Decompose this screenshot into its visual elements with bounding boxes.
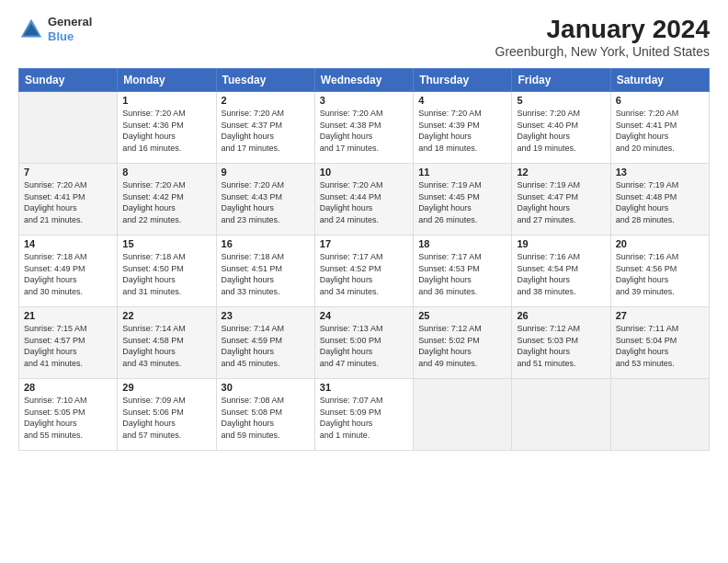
day-detail: Sunrise: 7:14 AMSunset: 4:59 PMDaylight … xyxy=(222,324,285,368)
calendar-cell: 16Sunrise: 7:18 AMSunset: 4:51 PMDayligh… xyxy=(216,236,314,307)
day-detail: Sunrise: 7:16 AMSunset: 4:56 PMDaylight … xyxy=(616,252,679,296)
calendar-cell: 27Sunrise: 7:11 AMSunset: 5:04 PMDayligh… xyxy=(610,307,709,379)
calendar-cell xyxy=(610,379,709,451)
day-number: 15 xyxy=(122,238,210,249)
day-detail: Sunrise: 7:17 AMSunset: 4:52 PMDaylight … xyxy=(320,252,383,296)
weekday-header-row: SundayMondayTuesdayWednesdayThursdayFrid… xyxy=(19,69,710,92)
day-number: 29 xyxy=(122,382,210,393)
day-detail: Sunrise: 7:07 AMSunset: 5:09 PMDaylight … xyxy=(320,396,383,440)
day-number: 17 xyxy=(320,238,408,249)
day-detail: Sunrise: 7:11 AMSunset: 5:04 PMDaylight … xyxy=(616,324,679,368)
day-detail: Sunrise: 7:13 AMSunset: 5:00 PMDaylight … xyxy=(320,324,383,368)
calendar-week-row: 28Sunrise: 7:10 AMSunset: 5:05 PMDayligh… xyxy=(19,379,710,451)
calendar-table: SundayMondayTuesdayWednesdayThursdayFrid… xyxy=(18,68,710,451)
day-number: 6 xyxy=(616,95,704,106)
day-detail: Sunrise: 7:09 AMSunset: 5:06 PMDaylight … xyxy=(122,396,186,440)
calendar-cell: 11Sunrise: 7:19 AMSunset: 4:45 PMDayligh… xyxy=(414,164,512,236)
logo-line2: Blue xyxy=(48,29,92,44)
logo-text: General Blue xyxy=(48,15,92,43)
day-detail: Sunrise: 7:20 AMSunset: 4:40 PMDaylight … xyxy=(517,109,580,153)
day-detail: Sunrise: 7:12 AMSunset: 5:02 PMDaylight … xyxy=(418,324,482,368)
calendar-cell: 19Sunrise: 7:16 AMSunset: 4:54 PMDayligh… xyxy=(512,236,610,307)
calendar-cell: 24Sunrise: 7:13 AMSunset: 5:00 PMDayligh… xyxy=(314,307,413,379)
weekday-header: Saturday xyxy=(610,69,709,92)
calendar-cell: 7Sunrise: 7:20 AMSunset: 4:41 PMDaylight… xyxy=(19,164,118,236)
logo-line1: General xyxy=(48,15,92,29)
calendar-cell: 3Sunrise: 7:20 AMSunset: 4:38 PMDaylight… xyxy=(314,92,413,164)
calendar-cell: 8Sunrise: 7:20 AMSunset: 4:42 PMDaylight… xyxy=(118,164,216,236)
weekday-header: Thursday xyxy=(414,69,512,92)
calendar-cell: 22Sunrise: 7:14 AMSunset: 4:58 PMDayligh… xyxy=(118,307,216,379)
day-number: 9 xyxy=(222,167,310,178)
weekday-header: Tuesday xyxy=(216,69,314,92)
day-number: 8 xyxy=(122,167,210,178)
day-number: 21 xyxy=(24,310,112,321)
logo: General Blue xyxy=(18,15,92,43)
calendar-week-row: 1Sunrise: 7:20 AMSunset: 4:36 PMDaylight… xyxy=(19,92,710,164)
calendar-cell: 15Sunrise: 7:18 AMSunset: 4:50 PMDayligh… xyxy=(118,236,216,307)
day-detail: Sunrise: 7:20 AMSunset: 4:42 PMDaylight … xyxy=(122,180,186,224)
weekday-header: Wednesday xyxy=(314,69,413,92)
day-number: 7 xyxy=(24,167,112,178)
calendar-cell: 13Sunrise: 7:19 AMSunset: 4:48 PMDayligh… xyxy=(610,164,709,236)
day-number: 12 xyxy=(517,167,605,178)
day-number: 10 xyxy=(320,167,408,178)
day-number: 22 xyxy=(122,310,210,321)
day-number: 11 xyxy=(418,167,506,178)
calendar-cell: 20Sunrise: 7:16 AMSunset: 4:56 PMDayligh… xyxy=(610,236,709,307)
day-detail: Sunrise: 7:20 AMSunset: 4:37 PMDaylight … xyxy=(222,109,285,153)
day-detail: Sunrise: 7:10 AMSunset: 5:05 PMDaylight … xyxy=(24,396,87,440)
day-number: 19 xyxy=(517,238,605,249)
calendar-cell: 23Sunrise: 7:14 AMSunset: 4:59 PMDayligh… xyxy=(216,307,314,379)
day-number: 28 xyxy=(24,382,112,393)
day-detail: Sunrise: 7:20 AMSunset: 4:41 PMDaylight … xyxy=(24,180,87,224)
day-number: 16 xyxy=(222,238,310,249)
day-number: 5 xyxy=(517,95,605,106)
calendar-cell: 18Sunrise: 7:17 AMSunset: 4:53 PMDayligh… xyxy=(414,236,512,307)
calendar-cell: 29Sunrise: 7:09 AMSunset: 5:06 PMDayligh… xyxy=(118,379,216,451)
calendar-title: January 2024 xyxy=(495,15,710,44)
calendar-week-row: 7Sunrise: 7:20 AMSunset: 4:41 PMDaylight… xyxy=(19,164,710,236)
day-number: 24 xyxy=(320,310,408,321)
day-detail: Sunrise: 7:08 AMSunset: 5:08 PMDaylight … xyxy=(222,396,285,440)
day-number: 2 xyxy=(222,95,310,106)
day-detail: Sunrise: 7:19 AMSunset: 4:45 PMDaylight … xyxy=(418,180,482,224)
calendar-cell: 30Sunrise: 7:08 AMSunset: 5:08 PMDayligh… xyxy=(216,379,314,451)
day-detail: Sunrise: 7:19 AMSunset: 4:47 PMDaylight … xyxy=(517,180,580,224)
title-block: January 2024 Greenburgh, New York, Unite… xyxy=(495,15,710,59)
day-detail: Sunrise: 7:18 AMSunset: 4:50 PMDaylight … xyxy=(122,252,186,296)
calendar-cell: 9Sunrise: 7:20 AMSunset: 4:43 PMDaylight… xyxy=(216,164,314,236)
calendar-cell: 25Sunrise: 7:12 AMSunset: 5:02 PMDayligh… xyxy=(414,307,512,379)
day-detail: Sunrise: 7:18 AMSunset: 4:51 PMDaylight … xyxy=(222,252,285,296)
calendar-cell: 6Sunrise: 7:20 AMSunset: 4:41 PMDaylight… xyxy=(610,92,709,164)
weekday-header: Friday xyxy=(512,69,610,92)
day-detail: Sunrise: 7:20 AMSunset: 4:44 PMDaylight … xyxy=(320,180,383,224)
day-number: 27 xyxy=(616,310,704,321)
calendar-cell: 12Sunrise: 7:19 AMSunset: 4:47 PMDayligh… xyxy=(512,164,610,236)
day-detail: Sunrise: 7:19 AMSunset: 4:48 PMDaylight … xyxy=(616,180,679,224)
day-detail: Sunrise: 7:18 AMSunset: 4:49 PMDaylight … xyxy=(24,252,87,296)
calendar-cell: 2Sunrise: 7:20 AMSunset: 4:37 PMDaylight… xyxy=(216,92,314,164)
day-detail: Sunrise: 7:20 AMSunset: 4:43 PMDaylight … xyxy=(222,180,285,224)
calendar-cell: 26Sunrise: 7:12 AMSunset: 5:03 PMDayligh… xyxy=(512,307,610,379)
day-number: 30 xyxy=(222,382,310,393)
calendar-cell: 4Sunrise: 7:20 AMSunset: 4:39 PMDaylight… xyxy=(414,92,512,164)
day-number: 25 xyxy=(418,310,506,321)
day-number: 31 xyxy=(320,382,408,393)
day-number: 14 xyxy=(24,238,112,249)
day-number: 26 xyxy=(517,310,605,321)
calendar-cell: 5Sunrise: 7:20 AMSunset: 4:40 PMDaylight… xyxy=(512,92,610,164)
day-number: 18 xyxy=(418,238,506,249)
weekday-header: Monday xyxy=(118,69,216,92)
calendar-cell: 21Sunrise: 7:15 AMSunset: 4:57 PMDayligh… xyxy=(19,307,118,379)
calendar-week-row: 14Sunrise: 7:18 AMSunset: 4:49 PMDayligh… xyxy=(19,236,710,307)
day-number: 13 xyxy=(616,167,704,178)
calendar-cell xyxy=(512,379,610,451)
day-detail: Sunrise: 7:20 AMSunset: 4:39 PMDaylight … xyxy=(418,109,482,153)
page: General Blue January 2024 Greenburgh, Ne… xyxy=(0,0,728,563)
day-detail: Sunrise: 7:20 AMSunset: 4:36 PMDaylight … xyxy=(122,109,186,153)
weekday-header: Sunday xyxy=(19,69,118,92)
calendar-subtitle: Greenburgh, New York, United States xyxy=(495,44,710,59)
logo-icon xyxy=(18,17,44,42)
calendar-cell xyxy=(19,92,118,164)
